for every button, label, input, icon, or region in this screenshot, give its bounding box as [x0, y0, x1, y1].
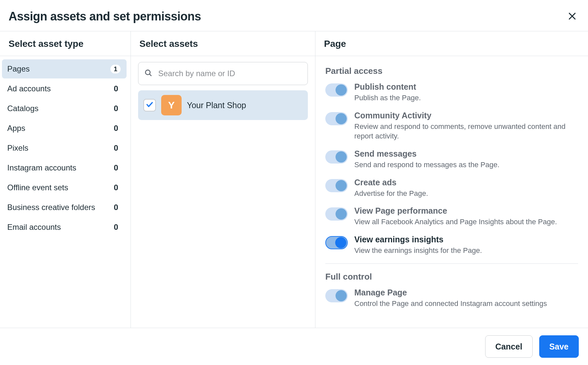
partial-permissions-list: Publish contentPublish as the Page.Commu… — [325, 82, 578, 256]
asset-type-label: Ad accounts — [7, 84, 51, 94]
permission-title: Create ads — [354, 178, 428, 187]
permission-row: Publish contentPublish as the Page. — [325, 82, 578, 103]
asset-type-label: Apps — [7, 123, 25, 133]
permission-description: Control the Page and connected Instagram… — [354, 299, 547, 309]
asset-type-item[interactable]: Ad accounts0 — [2, 79, 127, 98]
permission-title: View earnings insights — [354, 235, 482, 244]
permission-description: Send and respond to messages as the Page… — [354, 160, 499, 170]
cancel-button[interactable]: Cancel — [485, 335, 533, 358]
permission-title: View Page performance — [354, 206, 557, 216]
asset-type-count: 0 — [111, 124, 121, 133]
asset-type-item[interactable]: Pages1 — [2, 59, 127, 78]
permission-text: Create adsAdvertise for the Page. — [354, 178, 428, 198]
search-input[interactable] — [138, 62, 308, 85]
save-button[interactable]: Save — [539, 335, 579, 358]
dialog-footer: Cancel Save — [0, 328, 588, 365]
assets-header: Select assets — [131, 31, 315, 56]
asset-type-count: 0 — [111, 183, 121, 192]
full-permissions-list: Manage PageControl the Page and connecte… — [325, 288, 578, 309]
asset-type-item[interactable]: Email accounts0 — [2, 218, 127, 237]
close-button[interactable] — [565, 9, 579, 24]
assets-body: YYour Plant Shop — [131, 56, 315, 120]
permission-text: Manage PageControl the Page and connecte… — [354, 288, 547, 309]
asset-type-label: Instagram accounts — [7, 163, 76, 173]
asset-type-label: Offline event sets — [7, 183, 68, 193]
permission-toggle[interactable] — [325, 83, 348, 97]
asset-type-label: Business creative folders — [7, 202, 95, 212]
permission-text: View Page performanceView all Facebook A… — [354, 206, 557, 227]
permission-text: View earnings insightsView the earnings … — [354, 235, 482, 256]
asset-type-label: Pixels — [7, 143, 28, 153]
permission-toggle[interactable] — [325, 236, 348, 249]
asset-type-item[interactable]: Apps0 — [2, 119, 127, 138]
asset-type-list: Pages1Ad accounts0Catalogs0Apps0Pixels0I… — [0, 56, 131, 237]
permission-row: Community ActivityReview and respond to … — [325, 111, 578, 141]
permission-description: Publish as the Page. — [354, 93, 421, 103]
asset-type-label: Catalogs — [7, 104, 39, 113]
permission-description: View all Facebook Analytics and Page Ins… — [354, 217, 557, 227]
assign-assets-dialog: Assign assets and set permissions Select… — [0, 0, 588, 365]
asset-type-item[interactable]: Business creative folders0 — [2, 198, 127, 217]
asset-type-header: Select asset type — [0, 31, 131, 56]
asset-type-item[interactable]: Catalogs0 — [2, 99, 127, 118]
search-icon — [144, 69, 153, 78]
permission-title: Send messages — [354, 149, 499, 159]
asset-row[interactable]: YYour Plant Shop — [138, 90, 308, 120]
svg-line-3 — [150, 74, 151, 76]
asset-type-item[interactable]: Instagram accounts0 — [2, 158, 127, 177]
permission-title: Community Activity — [354, 111, 578, 120]
search-wrapper — [138, 62, 308, 85]
toggle-knob — [336, 113, 347, 124]
asset-type-label: Email accounts — [7, 222, 61, 232]
toggle-knob — [336, 151, 347, 163]
permission-row: Manage PageControl the Page and connecte… — [325, 288, 578, 309]
asset-type-count: 0 — [111, 203, 121, 212]
asset-type-item[interactable]: Offline event sets0 — [2, 178, 127, 197]
check-icon — [146, 101, 154, 110]
permission-text: Send messagesSend and respond to message… — [354, 149, 499, 170]
toggle-knob — [336, 84, 347, 96]
permission-row: Create adsAdvertise for the Page. — [325, 178, 578, 198]
toggle-knob — [335, 237, 346, 248]
permission-row: View Page performanceView all Facebook A… — [325, 206, 578, 227]
permission-text: Community ActivityReview and respond to … — [354, 111, 578, 141]
toggle-knob — [336, 180, 347, 191]
asset-avatar: Y — [161, 95, 182, 115]
asset-type-count: 0 — [111, 223, 121, 232]
permissions-body[interactable]: Partial access Publish contentPublish as… — [315, 56, 588, 327]
partial-access-title: Partial access — [325, 66, 578, 76]
permission-row: Send messagesSend and respond to message… — [325, 149, 578, 170]
permission-row: View earnings insightsView the earnings … — [325, 235, 578, 256]
asset-type-count: 0 — [111, 104, 121, 113]
assets-list: YYour Plant Shop — [138, 90, 308, 120]
permission-description: Advertise for the Page. — [354, 189, 428, 198]
permission-toggle[interactable] — [325, 179, 348, 192]
dialog-header: Assign assets and set permissions — [0, 0, 588, 31]
permission-title: Publish content — [354, 82, 421, 92]
permission-toggle[interactable] — [325, 112, 348, 125]
dialog-title: Assign assets and set permissions — [9, 10, 201, 23]
permission-toggle[interactable] — [325, 289, 348, 302]
close-icon — [567, 11, 577, 22]
section-divider — [325, 263, 578, 264]
asset-type-count: 0 — [111, 84, 121, 93]
asset-type-count: 0 — [111, 163, 121, 172]
permissions-header: Page — [315, 31, 588, 56]
assets-column: Select assets YYour Plant Shop — [131, 31, 315, 328]
asset-type-label: Pages — [7, 64, 30, 74]
full-control-title: Full control — [325, 272, 578, 282]
toggle-knob — [336, 208, 347, 220]
dialog-columns: Select asset type Pages1Ad accounts0Cata… — [0, 31, 588, 328]
permission-title: Manage Page — [354, 288, 547, 297]
permission-toggle[interactable] — [325, 207, 348, 221]
asset-type-column: Select asset type Pages1Ad accounts0Cata… — [0, 31, 131, 328]
asset-type-item[interactable]: Pixels0 — [2, 138, 127, 158]
toggle-knob — [336, 290, 347, 301]
permission-description: Review and respond to comments, remove u… — [354, 122, 578, 141]
permission-toggle[interactable] — [325, 150, 348, 164]
asset-type-count: 1 — [110, 65, 121, 74]
asset-type-count: 0 — [111, 143, 121, 153]
asset-checkbox[interactable] — [143, 99, 156, 111]
permission-text: Publish contentPublish as the Page. — [354, 82, 421, 103]
asset-name: Your Plant Shop — [187, 101, 246, 110]
